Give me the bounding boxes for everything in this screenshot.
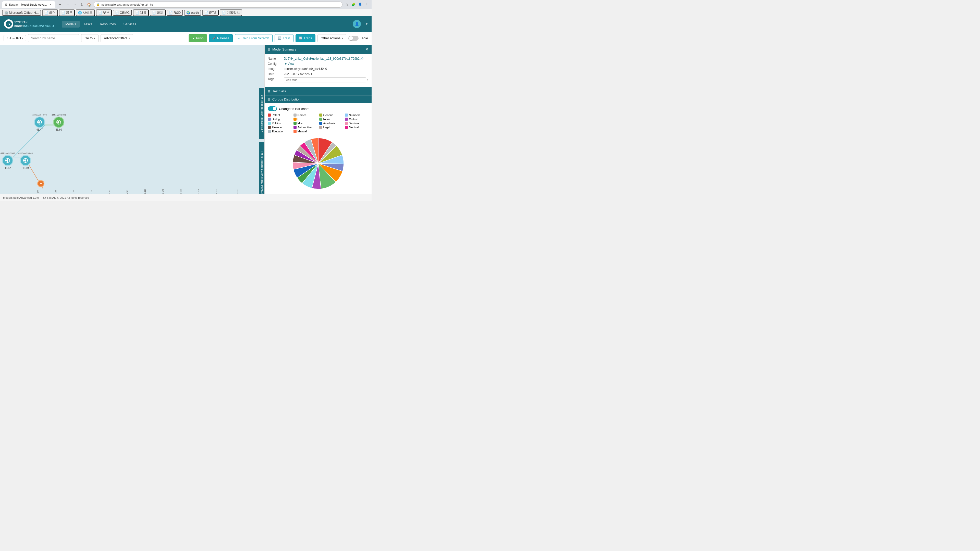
bookmark-earth[interactable]: 🌍 earth bbox=[184, 10, 201, 16]
goto-button[interactable]: Go to ▾ bbox=[81, 34, 99, 42]
node-n3[interactable]: dJJ-1ao-92-940 46.52 bbox=[0, 152, 15, 169]
test-sets-expand-icon[interactable]: ⊞ bbox=[268, 89, 270, 93]
bookmark-bubu[interactable]: 📄 부부 bbox=[96, 10, 112, 16]
bookmark-gwaje[interactable]: 📄 과제 bbox=[150, 10, 165, 16]
test-sets-header[interactable]: ⊞ Test Sets bbox=[265, 87, 372, 95]
node-nb6-sublabel: dJJ-1ao-99-013 bbox=[126, 189, 128, 194]
bookmark-rnd[interactable]: 📄 R&D bbox=[167, 10, 183, 16]
search-input[interactable] bbox=[28, 34, 79, 42]
reload-button[interactable]: ↻ bbox=[79, 2, 85, 8]
nav-item-tasks[interactable]: Tasks bbox=[80, 21, 96, 27]
name-value: DJJYH_zhko_CuilvHuolieniao_113_900e317ba… bbox=[284, 57, 363, 60]
node-n2-sublabel: dJJ-1ao-95-096 bbox=[52, 114, 66, 116]
node-nb5[interactable]: dJJ-1ao-98-046 48.37 bbox=[104, 189, 114, 194]
config-label: Config bbox=[268, 62, 282, 65]
push-button[interactable]: ▲ Push bbox=[189, 34, 207, 42]
node-orange[interactable]: − bbox=[37, 180, 45, 187]
node-nb7[interactable]: dJJ-1ao-100-110 48.51 bbox=[140, 189, 150, 194]
tags-chevron-icon[interactable]: › bbox=[367, 78, 369, 82]
node-nb8[interactable]: dJJ-1ao-101-o40 48.47 bbox=[158, 189, 168, 194]
bookmark-microsoft[interactable]: 🏢 Microsoft Office H... bbox=[2, 10, 41, 16]
new-tab-button[interactable]: + bbox=[57, 2, 63, 8]
node-n2[interactable]: dJJ-1ao-95-096 46.60 bbox=[52, 114, 66, 131]
user-avatar[interactable]: 👤 bbox=[353, 20, 361, 28]
name-link[interactable]: DJJYH_zhko_CuilvHuolieniao_113_900e317ba… bbox=[284, 57, 360, 60]
node-n3-score: 46.52 bbox=[4, 167, 11, 169]
home-button[interactable]: 🏠 bbox=[86, 2, 92, 8]
advanced-filters-button[interactable]: Advanced filters ▾ bbox=[100, 34, 134, 42]
bookmark-ipts[interactable]: 📄 IPTS bbox=[202, 10, 219, 16]
name-row: Name DJJYH_zhko_CuilvHuolieniao_113_900e… bbox=[268, 57, 369, 60]
legend-dot-tourism bbox=[345, 122, 348, 125]
train-from-scratch-button[interactable]: + Train From Scratch bbox=[235, 34, 272, 42]
side-panel: ⊞ Model Summary ✕ Name DJJYH_zhko_CuilvH… bbox=[264, 45, 372, 194]
browser-tab[interactable]: S Systran - Model Studio Adva... ✕ bbox=[2, 1, 56, 8]
tags-input[interactable] bbox=[284, 77, 366, 83]
legend-dot-it bbox=[293, 118, 297, 121]
node-nb4-sublabel: dJJ-1ao-97-064 bbox=[90, 189, 93, 194]
node-nb11[interactable]: dJJ-1ao-104-b05 48.60 bbox=[212, 189, 221, 194]
legend-dot-dialog bbox=[268, 118, 271, 121]
forward-button[interactable]: → bbox=[72, 2, 78, 8]
legend-item-academic: Academic bbox=[319, 122, 343, 125]
node-n1[interactable]: dJJ-1ao-94-070 46.47 bbox=[32, 114, 47, 131]
app-container: S SYSTRAN modelStudioADVANCED Models Tas… bbox=[0, 16, 372, 201]
node-nb6[interactable]: dJJ-1ao-99-013 48.37 bbox=[122, 189, 132, 194]
release-button[interactable]: 🚀 Release bbox=[209, 34, 233, 42]
doc-icon-3: 📄 bbox=[98, 11, 102, 14]
profile-button[interactable]: 👤 bbox=[357, 2, 363, 7]
bookmark-gongmu[interactable]: 📄 공무 bbox=[59, 10, 75, 16]
node-nb9[interactable]: dJJ-1ao-102-080 48.40 bbox=[176, 189, 186, 194]
node-n1-score: 46.47 bbox=[36, 128, 43, 131]
model-summary-expand-icon[interactable]: ⊞ bbox=[268, 48, 270, 51]
doc-icon-6: 📄 bbox=[152, 11, 156, 14]
graph-area[interactable]: Current Model: CuilvHuolieniao_113 Previ… bbox=[0, 45, 264, 194]
corpus-title: Corpus Distribution bbox=[272, 97, 301, 101]
node-nb2[interactable]: dJJ-1ao-95-066 47.67 bbox=[51, 189, 60, 194]
corpus-header[interactable]: ⊞ Corpus Distribution bbox=[265, 95, 372, 103]
nav-item-services[interactable]: Services bbox=[120, 21, 140, 27]
earth-icon: 🌍 bbox=[186, 11, 190, 14]
node-nb3-sublabel: dJJ-1ao-96-056 bbox=[73, 189, 75, 194]
node-nb12[interactable]: dJJ-1ao-105-n65 48.76 bbox=[232, 189, 242, 194]
bar-chart-toggle-switch[interactable] bbox=[268, 106, 277, 111]
systran-logo-svg: S bbox=[5, 21, 12, 27]
nav-item-resources[interactable]: Resources bbox=[96, 21, 119, 27]
table-toggle[interactable] bbox=[348, 36, 359, 41]
node-nb2-sublabel: dJJ-1ao-95-066 bbox=[55, 189, 57, 194]
footer-app-name: ModelStudio Advanced 1.0.0 bbox=[3, 196, 39, 199]
other-actions-dropdown-icon: ▾ bbox=[342, 37, 343, 40]
train-button[interactable]: 🔄 Train bbox=[275, 34, 293, 42]
address-bar[interactable]: 🔒 modelstudio.systran.net/models?lp=zh_k… bbox=[94, 2, 342, 8]
node-nb9-sublabel: dJJ-1ao-102-080 bbox=[180, 189, 182, 194]
extensions-button[interactable]: 🧩 bbox=[351, 2, 356, 7]
language-selector[interactable]: ZH → KO ▾ bbox=[3, 35, 26, 41]
node-nb1[interactable]: dJJ-1ao-94-244 45.86 bbox=[33, 189, 43, 194]
svg-point-25 bbox=[25, 160, 26, 161]
node-nb4[interactable]: dJJ-1ao-97-064 48.29 bbox=[86, 189, 96, 194]
tab-close-button[interactable]: ✕ bbox=[49, 3, 52, 6]
browser-controls: ← → ↻ 🏠 bbox=[65, 2, 92, 8]
bookmark-button[interactable]: ☆ bbox=[344, 2, 350, 7]
nav-item-models[interactable]: Models bbox=[62, 21, 80, 27]
tags-label: Tags bbox=[268, 77, 282, 81]
model-summary-close-button[interactable]: ✕ bbox=[365, 47, 369, 52]
bookmark-gidokmulbo[interactable]: 📄 기독말보 bbox=[220, 10, 242, 16]
bookmark-hwamyeon[interactable]: 📄 화면 bbox=[42, 10, 58, 16]
trans-icon: 🔄 bbox=[299, 37, 302, 40]
node-n4[interactable]: dJJ-1ao-93-040 46.19 bbox=[18, 152, 33, 169]
other-actions-button[interactable]: Other actions ▾ bbox=[318, 34, 346, 42]
config-view-link[interactable]: 👁 View bbox=[284, 62, 294, 65]
release-icon: 🚀 bbox=[212, 37, 216, 40]
bookmark-site[interactable]: 🌐 사이트 bbox=[76, 10, 95, 16]
user-dropdown-arrow[interactable]: ▾ bbox=[366, 22, 368, 26]
corpus-expand-icon[interactable]: ⊞ bbox=[268, 98, 270, 101]
toggle-small-thumb bbox=[273, 107, 277, 110]
menu-button[interactable]: ⋮ bbox=[364, 2, 369, 7]
bookmark-chaeyong[interactable]: 📄 채용 bbox=[133, 10, 149, 16]
back-button[interactable]: ← bbox=[65, 2, 71, 8]
node-nb10[interactable]: dJJ-1ao-103-805 48.56 bbox=[194, 189, 204, 194]
node-nb3[interactable]: dJJ-1ao-96-056 48.14 bbox=[68, 189, 78, 194]
trans-button[interactable]: 🔄 Trans bbox=[296, 34, 315, 42]
bookmark-cbmc[interactable]: 📄 CBMC bbox=[113, 10, 132, 16]
